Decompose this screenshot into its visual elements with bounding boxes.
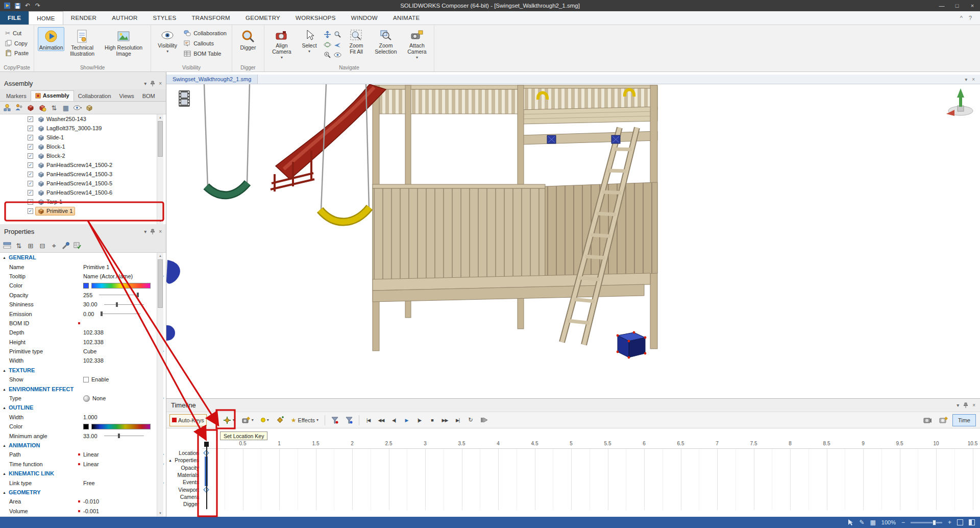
property-depth[interactable]: Depth102.338 bbox=[0, 328, 166, 337]
tree-item[interactable]: ✓Tarp-1 bbox=[0, 197, 166, 206]
property-bom-id[interactable]: BOM ID bbox=[0, 319, 166, 328]
cut-button[interactable]: ✂Cut bbox=[4, 29, 30, 37]
timeline-content[interactable]: Location ▲Properties Opacity Materials E… bbox=[166, 428, 980, 517]
scrollbar-thumb[interactable] bbox=[158, 121, 163, 157]
enable-checkbox[interactable] bbox=[83, 377, 89, 382]
section-animation[interactable]: ▲ANIMATION bbox=[0, 441, 166, 450]
property-time-function[interactable]: Time functionLinear▾ bbox=[0, 460, 166, 469]
tree-item[interactable]: ✓Block-1 bbox=[0, 142, 166, 151]
timeline-grid[interactable]: 0.511.522.533.544.555.566.577.588.599.51… bbox=[202, 428, 980, 517]
camera-keys-button[interactable] bbox=[937, 414, 950, 426]
tab-geometry[interactable]: GEOMETRY bbox=[238, 11, 288, 25]
next-key-button[interactable]: ▶▶ bbox=[439, 418, 450, 423]
color-gradient-bar[interactable] bbox=[91, 283, 151, 289]
fly-through-icon[interactable] bbox=[333, 40, 342, 49]
save-icon[interactable] bbox=[12, 0, 22, 11]
tab-render[interactable]: RENDER bbox=[63, 11, 104, 25]
event-marker-button[interactable] bbox=[478, 414, 491, 426]
collapse-sections-icon[interactable]: ⊟ bbox=[38, 242, 46, 250]
copy-style-icon[interactable] bbox=[62, 242, 70, 250]
property-name[interactable]: NamePrimitive 1 bbox=[0, 262, 166, 271]
tab-workshops[interactable]: WORKSHOPS bbox=[288, 11, 344, 25]
visibility-checkbox[interactable]: ✓ bbox=[28, 135, 33, 140]
visibility-checkbox[interactable]: ✓ bbox=[28, 144, 33, 150]
close-button[interactable]: × bbox=[965, 0, 980, 11]
record-key-button[interactable] bbox=[209, 414, 218, 426]
property-tooltip[interactable]: TooltipName (Actor.Name)▾ bbox=[0, 272, 166, 281]
visibility-checkbox[interactable]: ✓ bbox=[28, 199, 33, 205]
zoom-fit-all-button[interactable]: Zoom Fit All bbox=[345, 27, 368, 55]
tree-item[interactable]: ✓LagBolt375_3000-139 bbox=[0, 124, 166, 133]
zoom-slider-thumb[interactable] bbox=[933, 520, 936, 525]
visibility-checkbox[interactable]: ✓ bbox=[28, 172, 33, 177]
pin-icon[interactable] bbox=[963, 402, 968, 409]
tab-author[interactable]: AUTHOR bbox=[104, 11, 145, 25]
section-geometry[interactable]: ▲GEOMETRY bbox=[0, 488, 166, 497]
property-path[interactable]: PathLinear▾ bbox=[0, 450, 166, 459]
tree-item[interactable]: ✓Slide-1 bbox=[0, 133, 166, 142]
property-outline-color[interactable]: Color bbox=[0, 422, 166, 431]
loop-button[interactable]: ↻ bbox=[465, 417, 476, 423]
property-area[interactable]: Area-0.010 bbox=[0, 497, 166, 506]
track-materials[interactable]: Materials bbox=[166, 471, 202, 478]
set-camera-key-button[interactable]: ▾ bbox=[239, 414, 256, 426]
shininess-slider[interactable] bbox=[104, 304, 144, 305]
visibility-checkbox[interactable]: ✓ bbox=[28, 126, 33, 131]
zoom-slider[interactable] bbox=[911, 522, 942, 523]
assembly-scrollbar[interactable]: ▲ ▼ bbox=[157, 114, 163, 224]
track-camera[interactable]: Camera bbox=[166, 493, 202, 500]
section-kinematic-link[interactable]: ▲KINEMATIC LINK bbox=[0, 469, 166, 478]
property-env-type[interactable]: TypeNone▾ bbox=[0, 394, 166, 403]
minimum-angle-slider[interactable] bbox=[104, 436, 144, 436]
track-digger[interactable]: Digger bbox=[166, 500, 202, 508]
visibility-checkbox[interactable]: ✓ bbox=[28, 116, 33, 122]
property-color[interactable]: Color bbox=[0, 281, 166, 290]
step-back-button[interactable]: ◀| bbox=[388, 418, 399, 423]
undo-icon[interactable]: ↶ bbox=[22, 0, 33, 11]
help-icon[interactable]: ? bbox=[969, 15, 972, 21]
color-chip[interactable] bbox=[83, 283, 89, 289]
categorized-view-icon[interactable] bbox=[3, 242, 11, 250]
style-brush-icon[interactable]: ✎ bbox=[859, 519, 864, 526]
opacity-slider[interactable] bbox=[99, 295, 139, 295]
tab-bom[interactable]: BOM bbox=[138, 91, 159, 101]
high-resolution-image-button[interactable]: High Resolution Image bbox=[100, 27, 147, 57]
property-minimum-angle[interactable]: Minimum angle33.00 bbox=[0, 431, 166, 440]
bom-grid-icon[interactable]: ▦ bbox=[62, 104, 70, 112]
add-key-button[interactable] bbox=[274, 414, 286, 426]
visibility-checkbox[interactable]: ✓ bbox=[28, 208, 33, 214]
panel-menu-icon[interactable]: ▾ bbox=[957, 402, 959, 409]
document-tab[interactable]: Swingset_Walkthrough2_1.smg bbox=[166, 75, 258, 84]
tree-item-primitive-1-selected[interactable]: ✓Primitive 1 bbox=[0, 206, 166, 215]
orbit-icon[interactable] bbox=[323, 40, 332, 49]
locate-actor-icon[interactable]: ⌖ bbox=[50, 242, 58, 250]
go-to-end-button[interactable]: ▶| bbox=[452, 418, 463, 423]
zoom-in-icon[interactable] bbox=[323, 50, 332, 59]
property-width[interactable]: Width102.338 bbox=[0, 356, 166, 365]
close-icon[interactable]: × bbox=[972, 402, 975, 409]
property-primitive-type[interactable]: Primitive typeCube▾ bbox=[0, 347, 166, 356]
time-mode-button[interactable]: Time bbox=[952, 414, 976, 426]
section-environment-effect[interactable]: ▲ENVIRONMENT EFFECT bbox=[0, 384, 166, 393]
section-texture[interactable]: ▲TEXTURE bbox=[0, 366, 166, 375]
orientation-compass[interactable] bbox=[946, 88, 973, 116]
attach-camera-button[interactable]: Attach Camera ▾ bbox=[404, 27, 430, 60]
tree-item[interactable]: ✓Washer250-143 bbox=[0, 114, 166, 124]
alphabetical-view-icon[interactable]: ⇅ bbox=[15, 242, 23, 250]
property-height[interactable]: Height102.338 bbox=[0, 338, 166, 347]
animation-button[interactable]: Animation bbox=[38, 27, 64, 51]
tab-markers[interactable]: Markers bbox=[2, 91, 31, 101]
fit-screen-icon[interactable] bbox=[957, 519, 963, 525]
viewport-3d[interactable] bbox=[166, 84, 980, 398]
track-properties[interactable]: ▲Properties bbox=[166, 457, 202, 464]
tab-views[interactable]: Views bbox=[115, 91, 138, 101]
panel-menu-icon[interactable]: ▾ bbox=[144, 229, 146, 234]
panel-menu-icon[interactable]: ▾ bbox=[144, 81, 146, 86]
property-emission[interactable]: Emission0.00 bbox=[0, 309, 166, 318]
redo-icon[interactable]: ↷ bbox=[33, 0, 43, 11]
auto-keys-button[interactable]: Auto-Keys bbox=[169, 414, 207, 426]
property-link-type[interactable]: Link typeFree▾ bbox=[0, 478, 166, 487]
blue-cube-primitive[interactable] bbox=[617, 331, 647, 359]
apply-style-icon[interactable] bbox=[74, 242, 82, 250]
key-color-button[interactable]: ▾ bbox=[258, 414, 272, 426]
